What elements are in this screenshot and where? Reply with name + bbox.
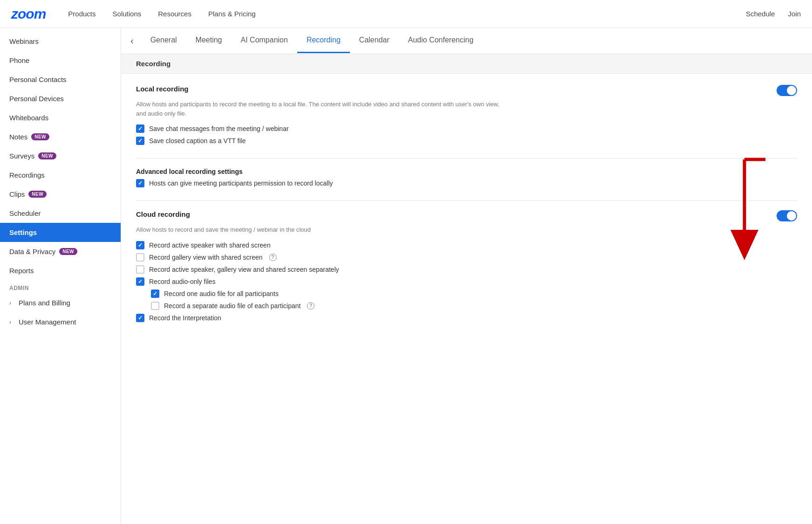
sidebar-item-label: Personal Devices <box>9 95 64 103</box>
cloud-recording-toggle[interactable] <box>777 210 797 221</box>
nav-link-resources[interactable]: Resources <box>158 10 191 18</box>
record-one-audio-label: Record one audio file for all participan… <box>164 290 279 297</box>
sidebar-item-notes[interactable]: Notes NEW <box>0 127 121 146</box>
save-caption-checkbox[interactable] <box>136 137 144 145</box>
sidebar-item-webinars[interactable]: Webinars <box>0 32 121 51</box>
record-separately-label: Record active speaker, gallery view and … <box>149 266 339 273</box>
sidebar-item-label: Plans and Billing <box>19 299 70 307</box>
tabs-bar: ‹ General Meeting AI Companion Recording… <box>121 28 812 54</box>
sidebar-item-scheduler[interactable]: Scheduler <box>0 204 121 223</box>
sidebar-item-label: Webinars <box>9 37 39 45</box>
notes-badge: NEW <box>31 133 49 140</box>
advanced-local-group: Advanced local recording settings Hosts … <box>136 168 797 187</box>
checkbox-hosts-permission[interactable]: Hosts can give meeting participants perm… <box>136 179 797 187</box>
record-separate-audio-checkbox[interactable] <box>151 302 159 310</box>
sidebar-item-data-privacy[interactable]: Data & Privacy NEW <box>0 242 121 261</box>
admin-section-label: ADMIN <box>0 280 121 293</box>
logo[interactable]: zoom <box>11 6 46 22</box>
tab-audio-conferencing[interactable]: Audio Conferencing <box>399 28 483 53</box>
tab-recording[interactable]: Recording <box>297 28 350 53</box>
join-button[interactable]: Join <box>788 10 801 18</box>
sidebar: Webinars Phone Personal Contacts Persona… <box>0 28 121 524</box>
sidebar-item-settings[interactable]: Settings <box>0 223 121 242</box>
sidebar-item-label: Personal Contacts <box>9 76 67 83</box>
content-area: ‹ General Meeting AI Companion Recording… <box>121 28 812 524</box>
help-icon[interactable]: ? <box>269 254 277 261</box>
help-icon-2[interactable]: ? <box>307 302 314 310</box>
sidebar-item-personal-devices[interactable]: Personal Devices <box>0 89 121 108</box>
sidebar-item-label: Settings <box>9 228 37 236</box>
sidebar-item-label: Reports <box>9 267 34 275</box>
record-audio-only-checkbox[interactable] <box>136 277 144 286</box>
nav-link-plans[interactable]: Plans & Pricing <box>208 10 256 18</box>
scroll-content: Recording Local recording Allow hosts an… <box>121 54 812 524</box>
checkbox-record-interpretation[interactable]: Record the Interpretation <box>136 314 797 322</box>
checkbox-record-separately[interactable]: Record active speaker, gallery view and … <box>136 265 797 274</box>
nav-link-products[interactable]: Products <box>68 10 96 18</box>
checkbox-record-gallery-view[interactable]: Record gallery view with shared screen ? <box>136 253 797 262</box>
sidebar-item-personal-contacts[interactable]: Personal Contacts <box>0 70 121 89</box>
save-chat-checkbox[interactable] <box>136 124 144 133</box>
advanced-local-label: Advanced local recording settings <box>136 168 797 175</box>
sidebar-item-user-management[interactable]: › User Management <box>0 312 121 331</box>
sidebar-item-whiteboards[interactable]: Whiteboards <box>0 108 121 127</box>
top-nav: zoom Products Solutions Resources Plans … <box>0 0 812 28</box>
sidebar-item-label: Surveys <box>9 152 34 160</box>
checkbox-save-chat[interactable]: Save chat messages from the meeting / we… <box>136 124 797 133</box>
divider-1 <box>136 158 797 159</box>
local-recording-toggle[interactable] <box>777 85 797 96</box>
checkbox-record-separate-audio[interactable]: Record a separate audio file of each par… <box>151 302 797 310</box>
surveys-badge: NEW <box>38 152 56 159</box>
chevron-right-icon: › <box>9 300 11 306</box>
sidebar-item-label: Clips <box>9 190 25 198</box>
record-active-speaker-label: Record active speaker with shared screen <box>149 241 271 249</box>
sidebar-item-label: Whiteboards <box>9 114 48 122</box>
divider-2 <box>136 200 797 201</box>
record-interpretation-checkbox[interactable] <box>136 314 144 322</box>
tab-meeting[interactable]: Meeting <box>186 28 232 53</box>
cloud-recording-label: Cloud recording <box>136 210 190 218</box>
sidebar-item-plans-billing[interactable]: › Plans and Billing <box>0 293 121 312</box>
cloud-recording-row: Cloud recording <box>136 210 797 221</box>
sidebar-item-label: Notes <box>9 133 27 141</box>
record-one-audio-checkbox[interactable] <box>151 290 159 298</box>
main-layout: Webinars Phone Personal Contacts Persona… <box>0 28 812 524</box>
record-active-speaker-checkbox[interactable] <box>136 241 144 249</box>
sidebar-item-label: User Management <box>19 318 76 326</box>
checkbox-record-one-audio[interactable]: Record one audio file for all participan… <box>151 290 797 298</box>
sidebar-item-reports[interactable]: Reports <box>0 261 121 280</box>
local-recording-desc: Allow hosts and participants to record t… <box>136 100 499 118</box>
nav-actions: Schedule Join <box>746 10 801 18</box>
local-recording-row: Local recording <box>136 85 797 96</box>
chevron-right-icon: › <box>9 319 11 325</box>
save-chat-label: Save chat messages from the meeting / we… <box>149 125 289 132</box>
tab-general[interactable]: General <box>141 28 186 53</box>
tabs-back-button[interactable]: ‹ <box>129 28 139 54</box>
record-gallery-view-checkbox[interactable] <box>136 253 144 262</box>
sidebar-item-surveys[interactable]: Surveys NEW <box>0 146 121 165</box>
hosts-permission-label: Hosts can give meeting participants perm… <box>149 179 333 187</box>
tab-calendar[interactable]: Calendar <box>350 28 399 53</box>
sidebar-item-recordings[interactable]: Recordings <box>0 165 121 185</box>
section-header: Recording <box>121 54 812 74</box>
sidebar-item-clips[interactable]: Clips NEW <box>0 185 121 204</box>
tab-ai-companion[interactable]: AI Companion <box>232 28 297 53</box>
hosts-permission-checkbox[interactable] <box>136 179 144 187</box>
record-gallery-view-label: Record gallery view with shared screen <box>149 254 263 261</box>
cloud-recording-group: Cloud recording Allow hosts to record an… <box>136 210 797 322</box>
sidebar-item-label: Data & Privacy <box>9 248 55 255</box>
sidebar-item-phone[interactable]: Phone <box>0 51 121 70</box>
data-privacy-badge: NEW <box>59 248 77 255</box>
checkbox-record-audio-only[interactable]: Record audio-only files <box>136 277 797 286</box>
nav-link-solutions[interactable]: Solutions <box>113 10 142 18</box>
record-separately-checkbox[interactable] <box>136 265 144 274</box>
record-audio-only-label: Record audio-only files <box>149 278 215 285</box>
save-caption-label: Save closed caption as a VTT file <box>149 137 246 145</box>
sidebar-item-label: Scheduler <box>9 209 41 217</box>
nav-links: Products Solutions Resources Plans & Pri… <box>68 10 746 18</box>
cloud-recording-desc: Allow hosts to record and save the meeti… <box>136 225 499 234</box>
settings-body: Local recording Allow hosts and particip… <box>121 74 812 346</box>
checkbox-record-active-speaker[interactable]: Record active speaker with shared screen <box>136 241 797 249</box>
checkbox-save-caption[interactable]: Save closed caption as a VTT file <box>136 137 797 145</box>
schedule-button[interactable]: Schedule <box>746 10 775 18</box>
